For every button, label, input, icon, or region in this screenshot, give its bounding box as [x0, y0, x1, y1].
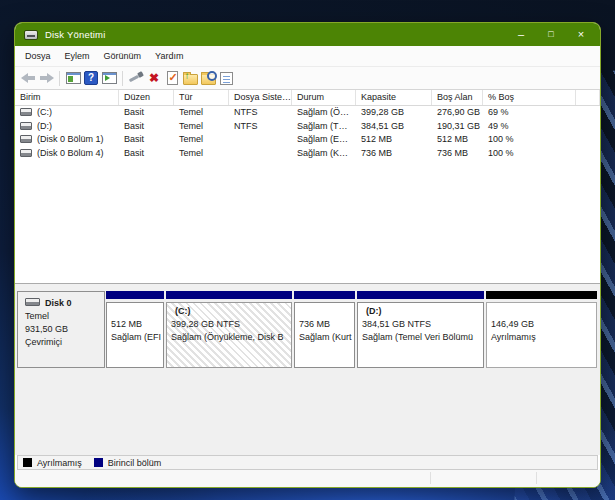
- window-controls: – □ ×: [506, 23, 600, 46]
- properties-list-icon[interactable]: [217, 69, 235, 87]
- volume-icon: [20, 135, 32, 143]
- table-row[interactable]: (Disk 0 Bölüm 4) Basit Temel Sağlam (K… …: [15, 147, 600, 161]
- cell-kapasite: 399,28 GB: [356, 106, 432, 120]
- folder-open-up-icon[interactable]: [181, 69, 199, 87]
- cell-dosya-sistemi: [229, 133, 292, 147]
- menu-yardim[interactable]: Yardım: [148, 47, 190, 65]
- toolbar-separator: [59, 71, 60, 86]
- cell-duzen: Basit: [119, 147, 174, 161]
- cell-bos-alan: 736 MB: [432, 147, 483, 161]
- partition-title: [299, 305, 354, 318]
- partition-title: [111, 305, 163, 318]
- column-header-kapasite[interactable]: Kapasite: [356, 90, 432, 105]
- close-button[interactable]: ×: [566, 23, 596, 46]
- partition-color-bar: [294, 291, 355, 299]
- toolbar-separator: [122, 71, 123, 86]
- cell-dosya-sistemi: NTFS: [229, 106, 292, 120]
- column-header-yuzde-bos[interactable]: % Boş: [483, 90, 576, 105]
- partition-strip: 512 MB Sağlam (EFI (C:) 399,28 GB NTFS S…: [106, 291, 597, 368]
- legend-bar: Ayrılmamış Birincil bölüm: [17, 455, 598, 470]
- folder-explore-icon[interactable]: [199, 69, 217, 87]
- disk-size: 931,50 GB: [25, 323, 104, 336]
- legend-item-primary: Birincil bölüm: [94, 458, 162, 468]
- forward-icon[interactable]: [37, 69, 55, 87]
- rescan-tool-icon[interactable]: [127, 69, 145, 87]
- pane-splitter[interactable]: [15, 283, 600, 290]
- column-header-birim[interactable]: Birim: [15, 90, 119, 105]
- disk-status: Çevrimiçi: [25, 336, 104, 349]
- partition-size: 512 MB: [111, 318, 163, 331]
- toolbar: [15, 67, 600, 90]
- help-icon[interactable]: [82, 69, 100, 87]
- cell-durum: Sağlam (T…: [292, 120, 356, 134]
- disk-name: Disk 0: [45, 298, 72, 308]
- partition-status: Sağlam (Kurt: [299, 331, 354, 344]
- volume-icon: [20, 149, 32, 157]
- cell-durum: Sağlam (K…: [292, 147, 356, 161]
- legend-label: Ayrılmamış: [37, 458, 82, 468]
- cell-kapasite: 384,51 GB: [356, 120, 432, 134]
- cell-bos-alan: 276,90 GB: [432, 106, 483, 120]
- column-header-bos-alan[interactable]: Boş Alan: [432, 90, 483, 105]
- maximize-button[interactable]: □: [536, 23, 566, 46]
- cell-yuzde-bos: 100 %: [483, 133, 576, 147]
- partition-title: [491, 305, 596, 318]
- disk-type: Temel: [25, 310, 104, 323]
- volume-name: (Disk 0 Bölüm 4): [37, 148, 104, 158]
- cell-yuzde-bos: 100 %: [483, 147, 576, 161]
- menu-eylem[interactable]: Eylem: [58, 47, 97, 65]
- desktop-background: Disk Yönetimi – □ × Dosya Eylem Görünüm …: [0, 0, 615, 500]
- back-icon[interactable]: [19, 69, 37, 87]
- disk-graphical-view: Disk 0 Temel 931,50 GB Çevrimiçi 512 MB …: [15, 290, 600, 455]
- table-row[interactable]: (C:) Basit Temel NTFS Sağlam (Ö… 399,28 …: [15, 106, 600, 120]
- volume-icon: [20, 108, 32, 116]
- volume-list-header: Birim Düzen Tür Dosya Siste… Durum Kapas…: [15, 90, 600, 106]
- column-header-durum[interactable]: Durum: [292, 90, 356, 105]
- title-bar[interactable]: Disk Yönetimi – □ ×: [15, 23, 600, 46]
- column-header-duzen[interactable]: Düzen: [119, 90, 174, 105]
- cell-bos-alan: 190,31 GB: [432, 120, 483, 134]
- disk-management-app-icon: [24, 30, 38, 40]
- show-console-tree-icon[interactable]: [64, 69, 82, 87]
- partition-color-bar: [106, 291, 164, 299]
- volume-list: Birim Düzen Tür Dosya Siste… Durum Kapas…: [15, 90, 600, 283]
- partition-size: 146,49 GB: [491, 318, 596, 331]
- table-row[interactable]: (D:) Basit Temel NTFS Sağlam (T… 384,51 …: [15, 120, 600, 134]
- cell-duzen: Basit: [119, 133, 174, 147]
- partition-color-bar: [166, 291, 292, 299]
- legend-label: Birincil bölüm: [108, 458, 162, 468]
- disk0-info-panel[interactable]: Disk 0 Temel 931,50 GB Çevrimiçi: [17, 291, 105, 368]
- cell-tur: Temel: [174, 133, 229, 147]
- cell-tur: Temel: [174, 120, 229, 134]
- column-header-dosya-sistemi[interactable]: Dosya Siste…: [229, 90, 292, 105]
- cell-duzen: Basit: [119, 106, 174, 120]
- statusbar-separator: [430, 472, 431, 484]
- volume-name: (C:): [37, 107, 52, 117]
- partition-size: 399,28 GB NTFS: [171, 318, 291, 331]
- partition-efi[interactable]: 512 MB Sağlam (EFI: [106, 291, 164, 368]
- column-header-tur[interactable]: Tür: [174, 90, 229, 105]
- mark-check-document-icon[interactable]: [163, 69, 181, 87]
- minimize-button[interactable]: –: [506, 23, 536, 46]
- partition-status: Sağlam (Temel Veri Bölümü: [362, 331, 483, 344]
- menu-gorunum[interactable]: Görünüm: [97, 47, 149, 65]
- partition-d[interactable]: (D:) 384,51 GB NTFS Sağlam (Temel Veri B…: [357, 291, 484, 368]
- partition-unallocated[interactable]: 146,49 GB Ayrılmamış: [486, 291, 597, 368]
- cell-tur: Temel: [174, 147, 229, 161]
- table-row[interactable]: (Disk 0 Bölüm 1) Basit Temel Sağlam (E… …: [15, 133, 600, 147]
- cell-kapasite: 512 MB: [356, 133, 432, 147]
- show-action-pane-icon[interactable]: [100, 69, 118, 87]
- partition-status: Ayrılmamış: [491, 331, 596, 344]
- status-bar: [15, 470, 600, 487]
- partition-size: 736 MB: [299, 318, 354, 331]
- disk-management-window: Disk Yönetimi – □ × Dosya Eylem Görünüm …: [14, 22, 601, 488]
- partition-recovery[interactable]: 736 MB Sağlam (Kurt: [294, 291, 355, 368]
- partition-c[interactable]: (C:) 399,28 GB NTFS Sağlam (Önyükleme, D…: [166, 291, 292, 368]
- cell-duzen: Basit: [119, 120, 174, 134]
- cell-yuzde-bos: 49 %: [483, 120, 576, 134]
- volume-icon: [20, 122, 32, 130]
- legend-swatch-unallocated: [23, 458, 32, 467]
- menu-dosya[interactable]: Dosya: [18, 47, 58, 65]
- delete-volume-icon[interactable]: [145, 69, 163, 87]
- cell-bos-alan: 512 MB: [432, 133, 483, 147]
